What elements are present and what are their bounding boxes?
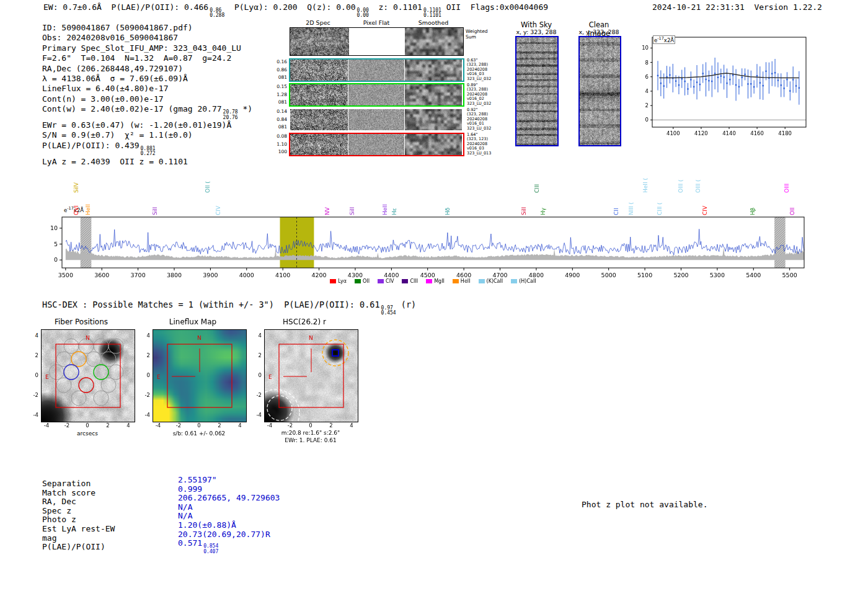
y-tick: 2	[136, 352, 150, 358]
emission-line-label: NIII (	[628, 202, 634, 215]
spec2d-row: 0.160.860810.63"(323, 288)20240208v016_0…	[273, 58, 521, 82]
plae-range: 0.8540.407	[203, 544, 218, 554]
plae-range: 0.8810.272	[141, 146, 156, 157]
spec2d-header-pixelflat: Pixel Flat	[363, 19, 390, 26]
y-tick: 2	[25, 352, 38, 358]
z-range: 0.11010.1101	[423, 8, 441, 19]
emission-line-label: OII	[789, 208, 795, 215]
flags-value: Flags:0x00404069	[471, 2, 548, 12]
fiber-positions-image	[41, 329, 135, 422]
spec2d-spec-image	[290, 134, 348, 155]
emission-line-label: CIV	[215, 206, 221, 215]
withsky-title: With Sky	[515, 20, 557, 29]
spec2d-smooth-image	[405, 60, 462, 81]
spec2d-row-annotations: 0.89"(323, 288)20240208v016_02323_LU_032	[464, 83, 509, 107]
legend-item: (H)CaII	[511, 278, 536, 284]
spec2d-header-smoothed: Smoothed	[418, 19, 449, 26]
match-row-value: N/A	[178, 511, 192, 520]
z-value: z: 0.1101	[378, 2, 422, 12]
spec2d-flat-image	[348, 109, 404, 130]
lineflux-map-title: Lineflux Map	[134, 318, 252, 326]
match-row-value: 1.20(±0.88)Å	[178, 520, 236, 530]
hsc-cutout-panel: HSC(26.2) r m:20.8 re:1.6" s:2.6" EWr: 1…	[246, 318, 363, 448]
info-slot: Primary Spec_Slot_IFU_AMP: 323_043_040_L…	[42, 43, 252, 53]
match-row-value: N/A	[178, 502, 192, 512]
fiber-xlabel: arcsecs	[41, 430, 134, 437]
fiber-positions-title: Fiber Positions	[22, 318, 140, 326]
match-table: Separation2.55197"Match score0.999RA, De…	[42, 475, 414, 556]
hsc-caption-morphology: m:20.8 re:1.6" s:2.6"	[258, 430, 363, 436]
match-row-label: Photo z	[42, 515, 76, 524]
info-wavelength: λ = 4138.06Å σ = 7.69(±6.09)Å	[42, 74, 252, 84]
emission-line-label: SiII	[349, 207, 355, 215]
x-tick: -2	[284, 422, 296, 429]
header-summary: EW: 0.7±0.6Å P(LAE)/P(OII): 0.4660.860.2…	[43, 2, 548, 19]
y-tick: 4	[25, 332, 38, 339]
emission-line-label: HeII	[382, 204, 388, 215]
spec2d-spec-image	[290, 60, 348, 81]
spec2d-row-annotations: 1.64"(323, 123)20240208v016_03323_LU_013	[464, 133, 509, 156]
info-seeing: F=2.6" T=0.104 N=1.32 A=0.87 g=24.2	[42, 53, 252, 63]
withsky-image	[515, 36, 559, 146]
hsc-caption-ewr-plae: EWr: 1. PLAE: 0.61	[258, 437, 363, 443]
spec2d-weighted-2d-image	[290, 28, 349, 55]
y-tick: -4	[248, 412, 262, 418]
plae-range: 0.970.454	[381, 306, 396, 316]
emission-line-label: CIII (	[657, 202, 663, 215]
legend-swatch	[402, 279, 408, 283]
legend-swatch	[330, 279, 336, 283]
info-radec: RA,Dec (206.268448,49.729107)	[42, 64, 252, 74]
y-tick: -2	[25, 392, 38, 398]
emission-line-label: OII (	[205, 181, 211, 193]
match-row-label: Spec z	[42, 506, 71, 515]
y-tick: -2	[248, 392, 262, 398]
x-tick: 2	[213, 422, 226, 429]
spec2d-weighted-smoothed-image	[405, 28, 463, 55]
info-plae-poii: P(LAE)/P(OII): 0.4390.8810.272	[42, 141, 252, 157]
emission-line-label: OIII (	[695, 180, 701, 193]
y-tick: -2	[136, 392, 150, 398]
info-lya-oii-z: LyA z = 2.4039 OII z = 0.1101	[42, 157, 252, 167]
x-tick: -4	[264, 422, 276, 429]
info-lineflux: LineFlux = 6.40(±4.80)e-17	[42, 84, 252, 94]
detection-info-block: ID: 5090041867 (5090041867.pdf) Obs: 202…	[42, 23, 252, 167]
emission-line-label: SiII	[152, 207, 158, 215]
match-row-label: RA, Dec	[42, 497, 76, 506]
match-row-label: Match score	[42, 488, 95, 497]
qz-range: 0.000.00	[357, 8, 369, 19]
spec2d-row-left-labels: 0.140.84081	[273, 108, 289, 131]
ew-value: EW: 0.7±0.6Å	[43, 2, 102, 12]
photz-note: Phot z plot not available.	[582, 500, 708, 509]
info-cont-w: Cont(w) = 2.40(±0.02)e-17 (gmag 20.7720.…	[42, 104, 252, 120]
spec2d-flat-image	[348, 60, 404, 81]
plya-value: P(Lyα): 0.200	[234, 2, 298, 12]
line-zoom-plot	[626, 31, 812, 138]
spec2d-row-left-labels: 0.081.10100	[273, 133, 289, 156]
qz-value: Q(z): 0.00	[307, 2, 355, 12]
legend-item: OII	[355, 278, 370, 284]
info-id: ID: 5090041867 (5090041867.pdf)	[42, 23, 252, 33]
x-tick: 0	[81, 422, 94, 429]
x-tick: -2	[172, 422, 185, 429]
legend-swatch	[355, 279, 361, 283]
gmag-range: 20.7820.76	[223, 110, 238, 120]
emission-line-label: CIV	[702, 206, 708, 215]
emission-line-label: CII	[613, 208, 619, 215]
info-cont-n: Cont(n) = 3.00(±0.00)e-17	[42, 94, 252, 104]
match-row-value: 0.5710.8540.407	[178, 538, 218, 554]
spec2d-row-strip	[289, 83, 464, 107]
match-row-value: 206.267665, 49.729603	[178, 493, 280, 502]
x-tick: 0	[193, 422, 205, 429]
emission-line-label: Hε	[391, 208, 397, 215]
legend-swatch	[453, 279, 459, 283]
y-tick: 0	[136, 372, 150, 378]
report-datetime: 2024-10-21 22:31:31 Version 1.22.2	[652, 2, 822, 12]
spec2d-smooth-image	[405, 134, 462, 155]
clean-coords: x, y: 323, 288	[577, 29, 621, 35]
spec2d-row: 0.081.101001.64"(323, 123)20240208v016_0…	[273, 133, 521, 156]
legend-item: CIII	[402, 278, 418, 284]
plae-poii-value: P(LAE)/P(OII): 0.466	[112, 2, 209, 12]
y-tick: 4	[248, 332, 262, 339]
info-obs: Obs: 20240208v016_5090041867	[42, 33, 252, 43]
spectrum-legend: LyαOIICIVCIIIMgIIHeII(K)CaII(H)CaII	[62, 278, 804, 284]
